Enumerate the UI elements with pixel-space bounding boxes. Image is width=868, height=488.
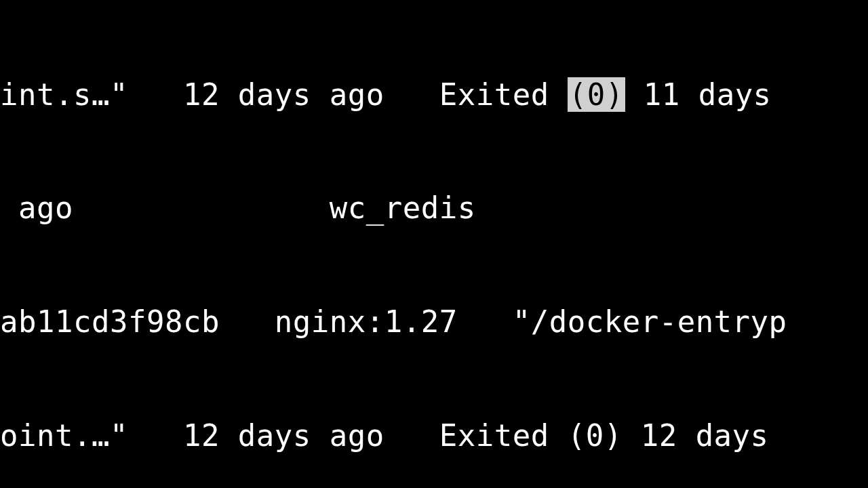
- terminal-output[interactable]: int.s…" 12 days ago Exited (0) 11 days a…: [0, 0, 868, 488]
- docker-row-0-text-a: int.s…" 12 days ago Exited: [0, 77, 568, 112]
- docker-row-1-line-1: ab11cd3f98cb nginx:1.27 "/docker-entryp: [0, 303, 868, 341]
- exit-code-highlighted: (0): [568, 77, 625, 112]
- docker-row-1-line-2: oint.…" 12 days ago Exited (0) 12 days: [0, 417, 868, 455]
- docker-row-0-line-1: int.s…" 12 days ago Exited (0) 11 days: [0, 76, 868, 114]
- docker-row-0-text-b: 11 days: [625, 77, 772, 112]
- docker-row-0-line-2: ago wc_redis: [0, 189, 868, 227]
